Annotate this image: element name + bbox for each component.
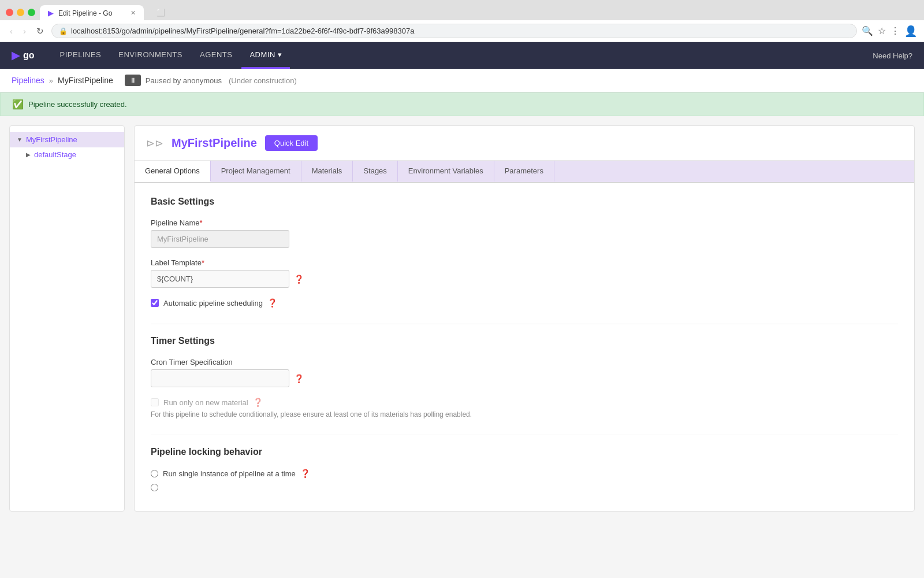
editor-tabs: General Options Project Management Mater… bbox=[135, 161, 914, 183]
run-new-material-help-icon[interactable]: ❓ bbox=[253, 398, 263, 407]
tab-materials[interactable]: Materials bbox=[301, 161, 353, 182]
sidebar-stage-label: defaultStage bbox=[34, 150, 76, 159]
back-button[interactable]: ‹ bbox=[7, 25, 16, 37]
tab-environment-variables[interactable]: Environment Variables bbox=[398, 161, 494, 182]
go-logo-text: go bbox=[23, 50, 35, 61]
auto-scheduling-checkbox[interactable] bbox=[151, 299, 159, 307]
forward-button[interactable]: › bbox=[20, 25, 29, 37]
search-icon[interactable]: 🔍 bbox=[862, 25, 873, 36]
browser-toolbar-actions: 🔍 ☆ ⋮ bbox=[862, 25, 900, 36]
tab-project-management[interactable]: Project Management bbox=[211, 161, 301, 182]
nav-environments[interactable]: ENVIRONMENTS bbox=[110, 42, 191, 69]
run-failed-radio[interactable] bbox=[151, 484, 158, 491]
go-logo: ▶ go bbox=[12, 49, 35, 62]
cron-timer-help-icon[interactable]: ❓ bbox=[294, 374, 304, 383]
menu-icon[interactable]: ⋮ bbox=[891, 25, 900, 36]
cron-timer-input[interactable] bbox=[151, 369, 289, 387]
account-icon[interactable]: 👤 bbox=[904, 25, 917, 38]
url-text: localhost:8153/go/admin/pipelines/MyFirs… bbox=[71, 27, 850, 35]
pause-button[interactable]: ⏸ bbox=[125, 75, 141, 86]
maximize-window-button[interactable] bbox=[28, 9, 35, 16]
cron-timer-group: Cron Timer Specification ❓ bbox=[151, 358, 898, 387]
pipeline-name-group: Pipeline Name* bbox=[151, 218, 898, 248]
timer-settings-title: Timer Settings bbox=[151, 336, 898, 346]
label-template-required: * bbox=[202, 258, 204, 267]
nav-admin[interactable]: ADMIN ▾ bbox=[241, 42, 290, 69]
auto-scheduling-label: Automatic pipeline scheduling bbox=[163, 299, 263, 307]
success-message: Pipeline successfully created. bbox=[28, 100, 127, 109]
pipeline-name-label-text: Pipeline Name bbox=[151, 218, 200, 227]
close-window-button[interactable] bbox=[6, 9, 13, 16]
cron-hint-text: For this pipeline to schedule conditiona… bbox=[151, 410, 898, 418]
app-container: ▶ go PIPELINES ENVIRONMENTS AGENTS ADMIN… bbox=[0, 42, 924, 521]
sidebar-item-defaultstage[interactable]: ▶ defaultStage bbox=[10, 147, 124, 162]
go-logo-icon: ▶ bbox=[12, 49, 20, 62]
breadcrumb-pipelines-link[interactable]: Pipelines bbox=[12, 76, 44, 85]
tab-parameters[interactable]: Parameters bbox=[494, 161, 554, 182]
pipeline-locking-title: Pipeline locking behavior bbox=[151, 447, 898, 457]
pipeline-breadcrumb-icon: ⊳⊳ bbox=[146, 137, 163, 150]
pause-icon: ⏸ bbox=[129, 76, 136, 84]
section-divider-2 bbox=[151, 435, 898, 435]
tab-general-options[interactable]: General Options bbox=[135, 161, 211, 182]
single-instance-help-icon[interactable]: ❓ bbox=[300, 469, 310, 478]
top-navigation: ▶ go PIPELINES ENVIRONMENTS AGENTS ADMIN… bbox=[0, 42, 924, 69]
single-instance-radio[interactable] bbox=[151, 470, 158, 477]
new-tab-button[interactable]: ⬜ bbox=[148, 5, 173, 20]
single-instance-label: Run single instance of pipeline at a tim… bbox=[163, 469, 296, 478]
breadcrumb-current: MyFirstPipeline bbox=[58, 76, 113, 85]
run-failed-row bbox=[151, 484, 898, 491]
cron-timer-input-row: ❓ bbox=[151, 369, 898, 387]
label-template-group: Label Template* ❓ bbox=[151, 258, 898, 288]
expand-icon: ▼ bbox=[17, 136, 23, 143]
label-template-input[interactable] bbox=[151, 270, 289, 288]
label-template-label-text: Label Template bbox=[151, 258, 202, 267]
section-divider-1 bbox=[151, 324, 898, 324]
sidebar-item-myfirstpipeline[interactable]: ▼ MyFirstPipeline bbox=[10, 132, 124, 147]
run-new-material-checkbox[interactable] bbox=[151, 398, 159, 406]
under-construction-text: (Under construction) bbox=[229, 76, 297, 85]
breadcrumb-bar: Pipelines » MyFirstPipeline ⏸ Paused by … bbox=[0, 69, 924, 92]
auto-scheduling-help-icon[interactable]: ❓ bbox=[267, 298, 277, 307]
nav-pipelines[interactable]: PIPELINES bbox=[52, 42, 110, 69]
sidebar: ▼ MyFirstPipeline ▶ defaultStage bbox=[9, 125, 125, 512]
pipeline-name-label: Pipeline Name* bbox=[151, 218, 898, 227]
basic-settings-title: Basic Settings bbox=[151, 197, 898, 207]
editor-panel: ⊳⊳ MyFirstPipeline Quick Edit General Op… bbox=[134, 125, 915, 512]
bookmark-icon[interactable]: ☆ bbox=[878, 25, 886, 36]
editor-header: ⊳⊳ MyFirstPipeline Quick Edit bbox=[135, 126, 914, 161]
success-icon: ✅ bbox=[12, 99, 24, 110]
paused-by-text: Paused by anonymous bbox=[146, 76, 222, 85]
browser-toolbar: ‹ › ↻ 🔒 localhost:8153/go/admin/pipeline… bbox=[0, 20, 924, 42]
single-instance-row: Run single instance of pipeline at a tim… bbox=[151, 469, 898, 478]
label-template-label: Label Template* bbox=[151, 258, 898, 267]
auto-scheduling-row: Automatic pipeline scheduling ❓ bbox=[151, 298, 898, 307]
browser-tab[interactable]: ▶ Edit Pipeline - Go ✕ bbox=[40, 5, 144, 21]
browser-titlebar: ▶ Edit Pipeline - Go ✕ ⬜ bbox=[0, 0, 924, 20]
refresh-button[interactable]: ↻ bbox=[33, 25, 47, 38]
admin-chevron-icon: ▾ bbox=[278, 50, 282, 59]
success-banner: ✅ Pipeline successfully created. bbox=[0, 92, 924, 116]
quick-edit-button[interactable]: Quick Edit bbox=[265, 135, 318, 151]
cron-timer-label: Cron Timer Specification bbox=[151, 358, 898, 366]
browser-window-controls bbox=[6, 9, 35, 16]
breadcrumb-separator: » bbox=[49, 76, 53, 85]
address-bar[interactable]: 🔒 localhost:8153/go/admin/pipelines/MyFi… bbox=[51, 24, 857, 38]
main-content: ▼ MyFirstPipeline ▶ defaultStage ⊳⊳ MyFi… bbox=[0, 116, 924, 521]
need-help-link[interactable]: Need Help? bbox=[873, 51, 912, 60]
label-template-help-icon[interactable]: ❓ bbox=[294, 275, 304, 284]
tab-close-button[interactable]: ✕ bbox=[131, 9, 136, 17]
stage-expand-icon: ▶ bbox=[26, 151, 31, 158]
run-new-material-label: Run only on new material bbox=[163, 398, 248, 407]
lock-icon: 🔒 bbox=[59, 27, 68, 35]
form-content: Basic Settings Pipeline Name* Label Temp… bbox=[135, 183, 914, 511]
run-new-material-row: Run only on new material ❓ bbox=[151, 398, 898, 407]
sidebar-pipeline-label: MyFirstPipeline bbox=[26, 135, 77, 144]
nav-links: PIPELINES ENVIRONMENTS AGENTS ADMIN ▾ bbox=[52, 42, 290, 69]
tab-stages[interactable]: Stages bbox=[353, 161, 397, 182]
nav-agents[interactable]: AGENTS bbox=[192, 42, 240, 69]
label-template-input-row: ❓ bbox=[151, 270, 898, 288]
tab-title: Edit Pipeline - Go bbox=[58, 9, 112, 17]
pipeline-name-input[interactable] bbox=[151, 230, 289, 248]
minimize-window-button[interactable] bbox=[17, 9, 24, 16]
